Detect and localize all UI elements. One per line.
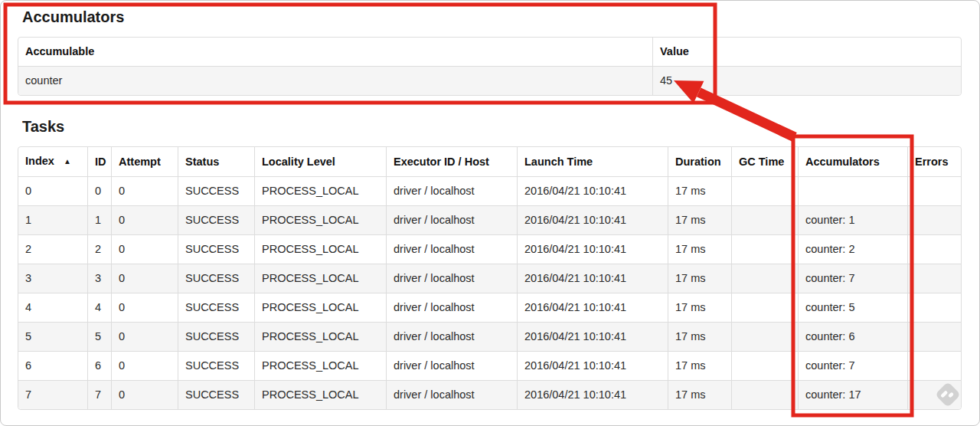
cell-errors: [907, 205, 961, 234]
executor-id-host-column-header[interactable]: Executor ID / Host: [386, 147, 517, 176]
task-row: 3 3 0 SUCCESS PROCESS_LOCAL driver / loc…: [18, 264, 961, 293]
cell-executor-id-host: driver / localhost: [386, 264, 517, 293]
cell-duration: 17 ms: [668, 264, 731, 293]
value-column-header: Value: [652, 38, 961, 66]
cell-locality-level: PROCESS_LOCAL: [254, 351, 386, 380]
accumulators-table-wrap: Accumulable Value counter 45: [18, 37, 959, 96]
cell-index: 6: [18, 351, 87, 380]
cell-gc-time: [731, 205, 798, 234]
cell-duration: 17 ms: [668, 205, 731, 234]
locality-level-column-header[interactable]: Locality Level: [254, 147, 386, 176]
cell-status: SUCCESS: [178, 293, 254, 322]
cell-accumulators: counter: 17: [798, 380, 907, 409]
cell-id: 0: [87, 176, 111, 205]
tasks-table: Index▲ ID Attempt Status Locality Level …: [18, 146, 962, 410]
cell-gc-time: [731, 293, 798, 322]
cell-index: 3: [18, 264, 87, 293]
cell-locality-level: PROCESS_LOCAL: [254, 176, 386, 205]
cell-status: SUCCESS: [178, 351, 254, 380]
cell-attempt: 0: [111, 176, 178, 205]
cell-status: SUCCESS: [178, 380, 254, 409]
cell-launch-time: 2016/04/21 10:10:41: [517, 322, 668, 351]
task-row: 6 6 0 SUCCESS PROCESS_LOCAL driver / loc…: [18, 351, 961, 380]
cell-launch-time: 2016/04/21 10:10:41: [517, 205, 668, 234]
cell-launch-time: 2016/04/21 10:10:41: [517, 264, 668, 293]
accumulator-row: counter 45: [18, 66, 961, 95]
task-row: 7 7 0 SUCCESS PROCESS_LOCAL driver / loc…: [18, 380, 961, 409]
cell-errors: [907, 234, 961, 264]
cell-status: SUCCESS: [178, 264, 254, 293]
cell-id: 6: [87, 351, 111, 380]
cell-id: 3: [87, 264, 111, 293]
cell-accumulable: counter: [18, 66, 652, 95]
cell-attempt: 0: [111, 351, 178, 380]
tasks-header-row: Index▲ ID Attempt Status Locality Level …: [18, 147, 961, 176]
launch-time-column-header[interactable]: Launch Time: [517, 147, 668, 176]
cell-accumulator-value: 45: [652, 66, 961, 95]
cell-gc-time: [731, 351, 798, 380]
cell-id: 7: [87, 380, 111, 409]
task-row: 1 1 0 SUCCESS PROCESS_LOCAL driver / loc…: [18, 205, 961, 234]
cell-attempt: 0: [111, 234, 178, 264]
index-column-header-label: Index: [25, 155, 54, 167]
cell-errors: [907, 322, 961, 351]
accumulable-column-header: Accumulable: [18, 38, 652, 66]
task-row: 2 2 0 SUCCESS PROCESS_LOCAL driver / loc…: [18, 234, 961, 264]
cell-errors: [907, 176, 961, 205]
cell-accumulators: counter: 5: [798, 293, 907, 322]
cell-executor-id-host: driver / localhost: [386, 205, 517, 234]
cell-index: 7: [18, 380, 87, 409]
cell-duration: 17 ms: [668, 351, 731, 380]
gc-time-column-header[interactable]: GC Time: [731, 147, 798, 176]
task-row: 5 5 0 SUCCESS PROCESS_LOCAL driver / loc…: [18, 322, 961, 351]
cell-status: SUCCESS: [178, 176, 254, 205]
cell-index: 4: [18, 293, 87, 322]
task-row: 0 0 0 SUCCESS PROCESS_LOCAL driver / loc…: [18, 176, 961, 205]
cell-launch-time: 2016/04/21 10:10:41: [517, 293, 668, 322]
status-column-header[interactable]: Status: [178, 147, 254, 176]
cell-locality-level: PROCESS_LOCAL: [254, 293, 386, 322]
cell-errors: [907, 264, 961, 293]
task-row: 4 4 0 SUCCESS PROCESS_LOCAL driver / loc…: [18, 293, 961, 322]
cell-gc-time: [731, 380, 798, 409]
cell-accumulators: counter: 1: [798, 205, 907, 234]
cell-duration: 17 ms: [668, 234, 731, 264]
accumulators-header-row: Accumulable Value: [18, 38, 961, 66]
cell-launch-time: 2016/04/21 10:10:41: [517, 234, 668, 264]
cell-errors: [907, 293, 961, 322]
cell-executor-id-host: driver / localhost: [386, 293, 517, 322]
errors-column-header[interactable]: Errors: [907, 147, 961, 176]
cell-locality-level: PROCESS_LOCAL: [254, 380, 386, 409]
duration-column-header[interactable]: Duration: [668, 147, 731, 176]
accumulators-heading: Accumulators: [22, 1, 962, 26]
spark-stage-page: Accumulators Accumulable Value counter 4…: [0, 0, 980, 426]
cell-attempt: 0: [111, 293, 178, 322]
cell-executor-id-host: driver / localhost: [386, 234, 517, 264]
cell-id: 5: [87, 322, 111, 351]
accumulators-column-header[interactable]: Accumulators: [798, 147, 907, 176]
cell-executor-id-host: driver / localhost: [386, 380, 517, 409]
cell-launch-time: 2016/04/21 10:10:41: [517, 351, 668, 380]
cell-executor-id-host: driver / localhost: [386, 176, 517, 205]
cell-status: SUCCESS: [178, 322, 254, 351]
cell-gc-time: [731, 176, 798, 205]
cell-locality-level: PROCESS_LOCAL: [254, 234, 386, 264]
cell-errors: [907, 351, 961, 380]
cell-accumulators: counter: 2: [798, 234, 907, 264]
cell-id: 1: [87, 205, 111, 234]
cell-index: 1: [18, 205, 87, 234]
cell-launch-time: 2016/04/21 10:10:41: [517, 380, 668, 409]
cell-gc-time: [731, 234, 798, 264]
cell-executor-id-host: driver / localhost: [386, 351, 517, 380]
cell-attempt: 0: [111, 380, 178, 409]
cell-locality-level: PROCESS_LOCAL: [254, 264, 386, 293]
cell-executor-id-host: driver / localhost: [386, 322, 517, 351]
cell-status: SUCCESS: [178, 234, 254, 264]
cell-index: 0: [18, 176, 87, 205]
cell-locality-level: PROCESS_LOCAL: [254, 322, 386, 351]
cell-accumulators: counter: 6: [798, 322, 907, 351]
cell-accumulators: counter: 7: [798, 351, 907, 380]
index-column-header[interactable]: Index▲: [18, 147, 87, 176]
attempt-column-header[interactable]: Attempt: [111, 147, 178, 176]
id-column-header[interactable]: ID: [87, 147, 111, 176]
